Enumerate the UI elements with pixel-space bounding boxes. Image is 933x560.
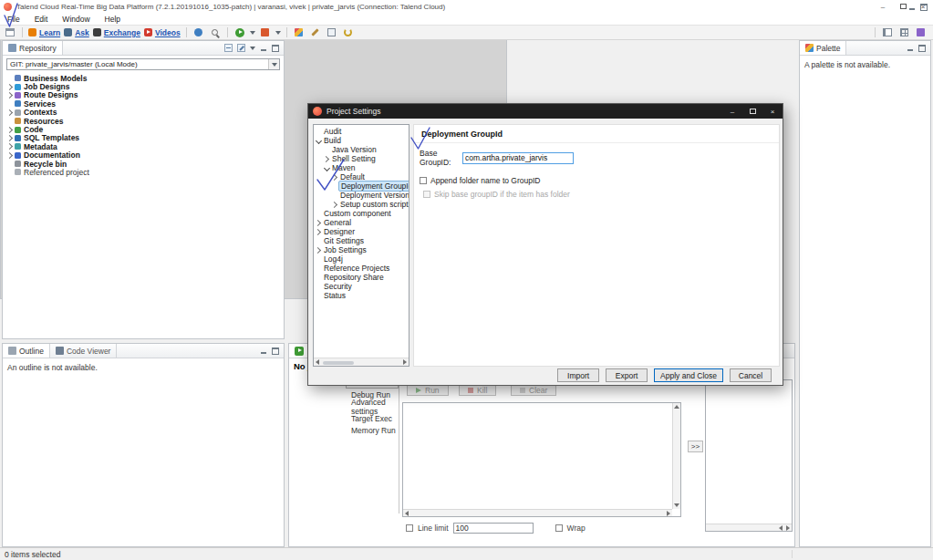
tree-item-referenced-project[interactable]: Referenced project [3,168,284,176]
palette-tool-button[interactable] [293,26,306,39]
maximize-panel-icon[interactable] [272,45,279,52]
tree-item-business-models[interactable]: Business Models [3,74,284,82]
refresh-button[interactable] [342,26,355,39]
execution-console[interactable] [402,402,681,517]
tab-palette[interactable]: Palette [800,41,846,55]
tree-item-sql-templates[interactable]: SQL Templates [3,134,284,142]
search-button[interactable] [209,26,222,39]
tab-target-exec[interactable]: Target Exec [346,412,399,424]
export-button[interactable]: Export [606,368,648,382]
exchange-link[interactable]: Exchange [93,28,140,37]
settings-item-maven[interactable]: Maven [314,163,409,172]
expand-chevron-icon[interactable] [6,135,13,141]
git-branch-caret[interactable] [268,59,279,69]
settings-item-deployment-versioning[interactable]: Deployment Versioning [314,191,409,200]
settings-item-deployment-groupid[interactable]: Deployment GroupId [314,181,409,191]
import-button[interactable]: Import [557,368,599,382]
tree-item-job-designs[interactable]: Job Designs [3,82,284,90]
expand-chevron-icon[interactable] [316,230,322,234]
expand-chevron-icon[interactable] [6,143,13,150]
expand-chevron-icon[interactable] [316,221,322,225]
edit-button[interactable] [309,26,322,39]
collapse-chevron-icon[interactable] [316,139,322,143]
menu-edit[interactable]: Edit [27,15,56,24]
scroll-up-icon[interactable] [674,405,679,409]
tree-item-code[interactable]: Code [3,125,284,133]
expand-chevron-icon[interactable] [6,152,13,159]
settings-item-custom-component[interactable]: Custom component [314,209,409,218]
expand-chevron-icon[interactable] [332,175,338,180]
expand-chevron-icon[interactable] [316,248,322,253]
tree-item-documentation[interactable]: Documentation [3,151,284,160]
run-dropdown-caret-icon[interactable] [250,31,255,35]
tree-item-route-designs[interactable]: Route Designs [3,91,284,99]
minimize-editor-icon[interactable] [908,4,916,11]
settings-item-reference-projects[interactable]: Reference Projects [314,264,409,273]
expand-chevron-icon[interactable] [6,92,13,99]
scrollbar-thumb[interactable] [323,361,354,365]
export-button[interactable] [326,26,338,39]
maximize-editor-icon[interactable] [920,4,928,11]
dialog-minimize-icon[interactable]: – [722,104,742,119]
tree-item-metadata[interactable]: Metadata [3,142,284,150]
settings-item-security[interactable]: Security [314,282,409,291]
integration-perspective-button[interactable] [897,26,910,39]
tree-item-services[interactable]: Services [3,99,284,108]
collapse-chevron-icon[interactable] [324,166,330,171]
settings-item-java-version[interactable]: Java Version [314,145,409,154]
run-job-button[interactable] [233,26,246,39]
apply-and-close-button[interactable]: Apply and Close [654,368,723,382]
collapse-all-icon[interactable] [224,44,233,52]
scroll-down-icon[interactable] [674,503,679,507]
profile-button[interactable] [192,26,205,39]
cancel-button[interactable]: Cancel [730,368,772,382]
line-limit-checkbox[interactable] [406,524,413,532]
dialog-close-icon[interactable]: × [762,104,783,119]
settings-item-status[interactable]: Status [314,291,409,300]
expand-chevron-icon[interactable] [6,109,13,116]
scroll-right-icon[interactable] [786,525,790,531]
scroll-left-icon[interactable] [779,525,783,531]
maximize-panel-icon[interactable] [272,347,279,355]
settings-item-designer[interactable]: Designer [314,227,409,236]
tab-advanced-settings[interactable]: Advanced settings [346,400,399,412]
link-with-editor-icon[interactable] [237,44,245,52]
settings-item-audit[interactable]: Audit [314,127,409,136]
scroll-left-icon[interactable] [405,511,409,516]
videos-link[interactable]: Videos [144,28,181,37]
expand-more-button[interactable]: >> [688,441,703,452]
git-branch-select[interactable]: GIT: private_jarvis/master (Local Mode) [6,58,280,70]
component-list-box[interactable] [705,379,793,532]
tree-horizontal-scrollbar[interactable] [314,358,409,366]
dialog-maximize-icon[interactable] [742,104,762,119]
tab-repository[interactable]: Repository [3,41,63,55]
console-vertical-scrollbar[interactable] [672,403,680,509]
new-item-button[interactable] [4,26,16,39]
console-horizontal-scrollbar[interactable] [403,509,672,516]
append-folder-checkbox[interactable] [420,177,427,184]
ask-link[interactable]: Ask [64,28,89,37]
settings-item-shell-setting[interactable]: Shell Setting [314,154,409,163]
list-horizontal-scrollbar[interactable] [706,524,792,531]
open-perspective-button[interactable] [881,26,894,39]
tree-item-recycle-bin[interactable]: Recycle bin [3,160,284,168]
maximize-panel-icon[interactable] [918,45,926,52]
settings-item-setup-custom-scripts[interactable]: Setup custom scripts by fol [314,200,409,209]
view-menu-icon[interactable] [250,47,255,50]
window-minimize-icon[interactable]: – [873,0,893,13]
settings-item-general[interactable]: General [314,218,409,227]
expand-chevron-icon[interactable] [332,202,338,207]
dialog-titlebar[interactable]: Project Settings – × [308,104,783,119]
wrap-checkbox[interactable] [555,524,563,532]
expand-chevron-icon[interactable] [6,84,13,90]
base-groupid-input[interactable] [462,152,574,164]
scroll-right-icon[interactable] [667,511,670,516]
expand-chevron-icon[interactable] [324,157,330,161]
debug-button[interactable] [259,26,272,39]
tab-code-viewer[interactable]: Code Viewer [50,344,118,358]
profiling-perspective-button[interactable] [914,26,927,39]
settings-item-job-settings[interactable]: Job Settings [314,245,409,254]
tree-item-resources[interactable]: Resources [3,117,284,125]
tab-outline[interactable]: Outline [3,344,50,358]
menu-file[interactable]: File [0,15,27,24]
